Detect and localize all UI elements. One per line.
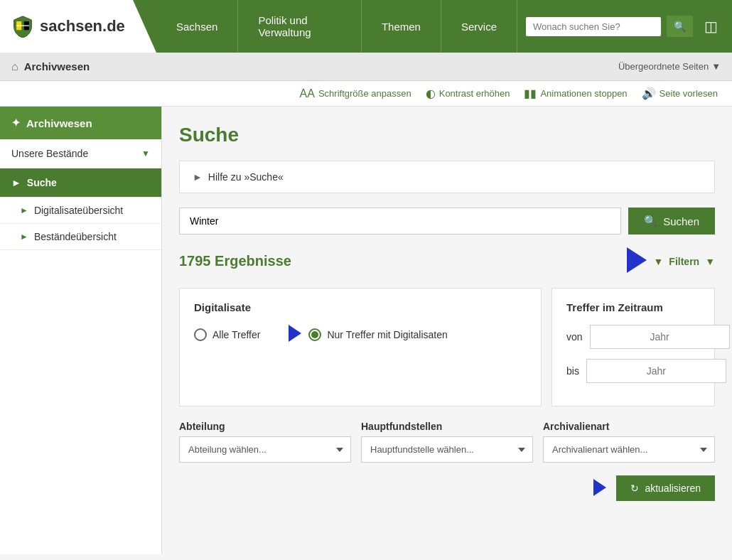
sidebar-item-bestaende-label[interactable]: Unsere Bestände ▼ bbox=[0, 139, 161, 168]
nav-links: Sachsen Politik und Verwaltung Themen Se… bbox=[156, 0, 517, 53]
search-btn-label: Suchen bbox=[663, 215, 699, 227]
parent-pages-label: Übergeordnete Seiten bbox=[618, 61, 709, 72]
archivalienart-label: Archivalienart bbox=[543, 421, 715, 432]
nav-service[interactable]: Service bbox=[441, 0, 517, 53]
time-to-input[interactable] bbox=[586, 359, 726, 383]
animation-button[interactable]: ▮▮ Animationen stoppen bbox=[524, 87, 627, 100]
filter-label: Filtern bbox=[669, 256, 699, 267]
update-button[interactable]: ↻ aktualisieren bbox=[616, 475, 715, 501]
breadcrumb-bar: ⌂ Archivwesen Übergeordnete Seiten ▼ bbox=[0, 53, 732, 81]
sidebar-item-suche-label[interactable]: ► Suche bbox=[0, 168, 161, 197]
archivalienart-group: Archivalienart Archivalienart wählen... bbox=[543, 421, 715, 463]
radio-dot bbox=[311, 331, 318, 338]
nav-politik[interactable]: Politik und Verwaltung bbox=[238, 0, 362, 53]
filter-panels: Digitalisate Alle Treffer bbox=[179, 288, 715, 406]
page-title: Suche bbox=[179, 124, 715, 146]
search-button[interactable]: 🔍 Suchen bbox=[628, 208, 715, 235]
hauptfundstellen-select[interactable]: Hauptfundstelle wählen... bbox=[361, 436, 533, 463]
results-row: 1795 Ergebnisse ▼ Filtern ▼ bbox=[179, 247, 715, 275]
top-navigation: sachsen.de Sachsen Politik und Verwaltun… bbox=[0, 0, 732, 53]
chevron-icon: ▼ bbox=[141, 149, 150, 158]
chevron-down-icon: ▼ bbox=[711, 61, 721, 72]
radio-circle-only bbox=[308, 328, 321, 341]
update-label: aktualisieren bbox=[645, 483, 701, 494]
nav-search-button[interactable]: 🔍 bbox=[667, 16, 693, 37]
bullet-icon-2: ► bbox=[20, 232, 28, 242]
archivalienart-select[interactable]: Archivalienart wählen... bbox=[543, 436, 715, 463]
sidebar-arrow-icon: ► bbox=[11, 177, 21, 188]
update-row: ↻ aktualisieren bbox=[179, 475, 715, 501]
breadcrumb-title: Archivwesen bbox=[24, 60, 90, 72]
refresh-icon: ↻ bbox=[630, 483, 639, 494]
search-input[interactable] bbox=[179, 208, 621, 235]
font-size-icon: AA bbox=[300, 87, 315, 100]
filter-button[interactable]: ▼ Filtern ▼ bbox=[654, 256, 716, 267]
home-icon: ⌂ bbox=[11, 60, 18, 73]
main-layout: ✦ Archivwesen Unsere Bestände ▼ ► Suche … bbox=[0, 107, 732, 554]
grid-menu-button[interactable]: ◫ bbox=[699, 18, 723, 35]
digitalisate-title: Digitalisate bbox=[194, 301, 527, 313]
hauptfundstellen-label: Hauptfundstellen bbox=[361, 421, 533, 432]
font-size-label: Schriftgröße anpassen bbox=[318, 88, 411, 99]
abteilung-label: Abteilung bbox=[179, 421, 351, 432]
speaker-icon: 🔊 bbox=[642, 87, 656, 100]
sidebar-header: ✦ Archivwesen bbox=[0, 107, 161, 139]
logo-text: sachsen.de bbox=[40, 17, 125, 36]
update-arrow-icon bbox=[593, 479, 606, 498]
radio-only-label: Nur Treffer mit Digitalisaten bbox=[327, 329, 447, 340]
radio-group: Alle Treffer Nur Treffer mit Digitalisat… bbox=[194, 325, 527, 344]
time-from-label: von bbox=[566, 331, 583, 343]
search-row: 🔍 Suchen bbox=[179, 208, 715, 235]
parent-pages-button[interactable]: Übergeordnete Seiten ▼ bbox=[618, 61, 721, 72]
contrast-label: Kontrast erhöhen bbox=[439, 88, 510, 99]
font-size-button[interactable]: AA Schriftgröße anpassen bbox=[300, 87, 411, 100]
dropdown-row: Abteilung Abteilung wählen... Hauptfunds… bbox=[179, 421, 715, 463]
read-aloud-button[interactable]: 🔊 Seite vorlesen bbox=[642, 87, 718, 100]
contrast-button[interactable]: ◐ Kontrast erhöhen bbox=[426, 87, 510, 100]
filter-chevron: ▼ bbox=[705, 256, 715, 267]
time-title: Treffer im Zeitraum bbox=[566, 301, 700, 313]
abteilung-group: Abteilung Abteilung wählen... bbox=[179, 421, 351, 463]
accessibility-bar: AA Schriftgröße anpassen ◐ Kontrast erhö… bbox=[0, 81, 732, 107]
time-from-row: von bbox=[566, 325, 700, 349]
filter-icon: ▼ bbox=[654, 256, 664, 267]
radio-all-treffer[interactable]: Alle Treffer bbox=[194, 328, 260, 341]
time-from-input[interactable] bbox=[590, 325, 730, 349]
time-panel: Treffer im Zeitraum von bis bbox=[551, 288, 715, 406]
sidebar-item-suche[interactable]: ► Suche bbox=[0, 168, 161, 198]
nav-search-input[interactable] bbox=[526, 17, 661, 36]
search-btn-icon: 🔍 bbox=[644, 215, 657, 227]
time-to-row: bis bbox=[566, 359, 700, 383]
filter-arrow-icon bbox=[627, 247, 647, 275]
radio-only-digitalisaten[interactable]: Nur Treffer mit Digitalisaten bbox=[308, 328, 447, 341]
sidebar-item-bestaende[interactable]: Unsere Bestände ▼ bbox=[0, 139, 161, 168]
content-area: Suche ► Hilfe zu »Suche« 🔍 Suchen 1795 E… bbox=[162, 107, 732, 554]
logo-area: sachsen.de bbox=[0, 0, 156, 53]
nav-themen[interactable]: Themen bbox=[362, 0, 441, 53]
radio-all-label: Alle Treffer bbox=[212, 329, 260, 340]
radio-arrow-icon bbox=[289, 325, 301, 344]
bullet-icon: ► bbox=[20, 205, 28, 215]
breadcrumb-left: ⌂ Archivwesen bbox=[11, 60, 90, 73]
sidebar-item-bestaendeuebersicht[interactable]: ► Beständeübersicht bbox=[0, 224, 161, 250]
sidebar-item-digitalisate[interactable]: ► Digitalisateübersicht bbox=[0, 198, 161, 224]
sidebar: ✦ Archivwesen Unsere Bestände ▼ ► Suche … bbox=[0, 107, 162, 554]
sidebar-plus-icon: ✦ bbox=[11, 117, 21, 129]
help-expand-icon: ► bbox=[193, 171, 203, 183]
time-to-label: bis bbox=[566, 365, 579, 377]
radio-circle-all bbox=[194, 328, 207, 341]
help-text: Hilfe zu »Suche« bbox=[208, 171, 284, 183]
animation-icon: ▮▮ bbox=[524, 87, 537, 100]
results-count: 1795 Ergebnisse bbox=[179, 253, 291, 269]
digitalisate-panel: Digitalisate Alle Treffer bbox=[179, 288, 542, 406]
nav-sachsen[interactable]: Sachsen bbox=[156, 0, 238, 53]
animation-label: Animationen stoppen bbox=[540, 88, 627, 99]
read-aloud-label: Seite vorlesen bbox=[660, 88, 718, 99]
nav-search-area: 🔍 ◫ bbox=[517, 0, 732, 53]
hauptfundstellen-group: Hauptfundstellen Hauptfundstelle wählen.… bbox=[361, 421, 533, 463]
sidebar-header-label: Archivwesen bbox=[26, 117, 92, 129]
shield-icon bbox=[11, 15, 34, 38]
help-box[interactable]: ► Hilfe zu »Suche« bbox=[179, 161, 715, 193]
contrast-icon: ◐ bbox=[426, 87, 436, 100]
abteilung-select[interactable]: Abteilung wählen... bbox=[179, 436, 351, 463]
